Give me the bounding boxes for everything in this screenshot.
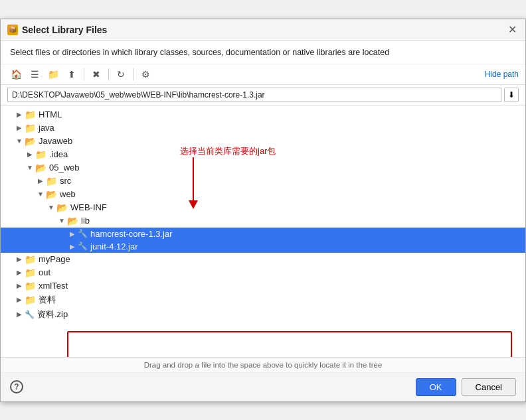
toggle-icon: ▼ xyxy=(14,137,25,145)
item-label: src xyxy=(60,176,71,186)
dialog-icon: 📦 xyxy=(7,25,18,35)
footer-buttons: OK Cancel xyxy=(416,378,516,396)
toggle-icon: ▼ xyxy=(56,217,67,224)
list-item[interactable]: ▼ 📂 WEB-INF xyxy=(1,201,525,214)
list-item[interactable]: ▼ 📂 web xyxy=(1,188,525,201)
folder-icon: 📁 xyxy=(35,149,46,160)
item-label: .idea xyxy=(49,149,68,159)
list-item[interactable]: ▶ 🔧 hamcrest-core-1.3.jar xyxy=(1,228,525,240)
help-button[interactable]: ? xyxy=(10,380,23,393)
selection-highlight-box xyxy=(67,331,512,358)
item-label: Javaweb xyxy=(39,136,72,146)
item-label: 资料 xyxy=(39,294,56,306)
list-item[interactable]: ▶ 📁 .idea xyxy=(1,148,525,161)
list-item[interactable]: ▶ 📁 资料 xyxy=(1,293,525,307)
select-library-dialog: 📦 Select Library Files ✕ Select files or… xyxy=(0,19,526,402)
close-button[interactable]: ✕ xyxy=(505,23,519,36)
folder-icon: 📂 xyxy=(35,163,46,173)
list-item[interactable]: ▶ 📁 HTML xyxy=(1,108,525,121)
new-folder-button[interactable]: 📁 xyxy=(44,67,62,82)
home-button[interactable]: 🏠 xyxy=(7,67,25,82)
list-item[interactable]: ▶ 🔧 资料.zip xyxy=(1,307,525,322)
toggle-icon: ▶ xyxy=(67,243,78,250)
list-item[interactable]: ▶ 📁 src xyxy=(1,175,525,188)
folder-icon: 📂 xyxy=(25,136,36,147)
toggle-icon: ▶ xyxy=(14,269,25,276)
list-item[interactable]: ▼ 📂 lib xyxy=(1,214,525,228)
toggle-icon: ▶ xyxy=(35,177,46,184)
toggle-icon: ▶ xyxy=(14,124,25,131)
item-label: java xyxy=(39,123,54,133)
settings-button[interactable]: ⚙ xyxy=(137,67,154,82)
list-item[interactable]: ▼ 📂 Javaweb xyxy=(1,135,525,148)
toggle-icon: ▼ xyxy=(25,164,35,171)
toolbar-separator xyxy=(84,68,84,80)
path-input[interactable] xyxy=(7,88,501,102)
up-button[interactable]: ⬆ xyxy=(63,67,80,82)
toggle-icon: ▶ xyxy=(14,311,25,318)
item-label: WEB-INF xyxy=(70,202,107,212)
ok-button[interactable]: OK xyxy=(416,378,456,396)
toggle-icon: ▶ xyxy=(25,151,35,158)
folder-icon: 📁 xyxy=(25,109,36,120)
file-tree: ▶ 📁 HTML ▶ 📁 java ▼ 📂 Javaweb ▶ 📁 .idea xyxy=(1,105,525,324)
folder-icon: 📁 xyxy=(46,176,57,186)
item-label: junit-4.12.jar xyxy=(90,242,138,251)
jar-icon: 🔧 xyxy=(78,229,88,238)
list-button[interactable]: ☰ xyxy=(26,67,43,82)
item-label: lib xyxy=(81,216,90,226)
folder-icon: 📁 xyxy=(25,267,36,278)
list-item[interactable]: ▶ 📁 myPage xyxy=(1,253,525,266)
toggle-icon: ▶ xyxy=(67,230,78,238)
drag-hint: Drag and drop a file into the space abov… xyxy=(1,358,525,373)
jar-icon: 🔧 xyxy=(78,242,88,251)
title-bar: 📦 Select Library Files ✕ xyxy=(1,19,525,41)
toolbar-left: 🏠 ☰ 📁 ⬆ ✖ ↻ ⚙ xyxy=(7,67,154,82)
toolbar-separator-3 xyxy=(133,68,133,80)
list-item[interactable]: ▶ 📁 out xyxy=(1,266,525,279)
item-label: myPage xyxy=(39,254,70,264)
refresh-button[interactable]: ↻ xyxy=(112,67,130,82)
footer: ? OK Cancel xyxy=(1,373,525,401)
folder-icon: 📂 xyxy=(46,189,57,200)
toolbar-separator-2 xyxy=(108,68,109,80)
toolbar: 🏠 ☰ 📁 ⬆ ✖ ↻ ⚙ Hide path xyxy=(1,64,525,85)
hide-path-link[interactable]: Hide path xyxy=(485,70,519,79)
file-tree-container[interactable]: ▶ 📁 HTML ▶ 📁 java ▼ 📂 Javaweb ▶ 📁 .idea xyxy=(1,105,525,358)
zip-icon: 🔧 xyxy=(25,310,35,319)
item-label: hamcrest-core-1.3.jar xyxy=(90,229,173,239)
cancel-button[interactable]: Cancel xyxy=(462,378,516,396)
path-bar: ⬇ xyxy=(1,85,525,105)
item-label: out xyxy=(39,267,50,277)
path-browse-button[interactable]: ⬇ xyxy=(504,88,519,102)
item-label: web xyxy=(60,189,76,199)
item-label: 资料.zip xyxy=(37,309,68,320)
list-item[interactable]: ▶ 📁 xmlTest xyxy=(1,279,525,293)
title-bar-left: 📦 Select Library Files xyxy=(7,25,107,35)
folder-icon: 📂 xyxy=(67,216,78,226)
folder-icon: 📁 xyxy=(25,123,36,133)
list-item[interactable]: ▶ 🔧 junit-4.12.jar xyxy=(1,240,525,253)
delete-button[interactable]: ✖ xyxy=(88,67,105,82)
item-label: 05_web xyxy=(49,163,80,173)
dialog-description: Select files or directories in which lib… xyxy=(1,41,525,64)
toggle-icon: ▶ xyxy=(14,255,25,263)
toggle-icon: ▶ xyxy=(14,296,25,303)
folder-icon: 📂 xyxy=(56,202,68,213)
toggle-icon: ▶ xyxy=(14,282,25,289)
dialog-title: Select Library Files xyxy=(22,25,107,35)
item-label: xmlTest xyxy=(39,281,68,291)
toggle-icon: ▶ xyxy=(14,111,25,118)
folder-icon: 📁 xyxy=(25,281,36,291)
folder-icon: 📁 xyxy=(25,254,36,265)
list-item[interactable]: ▼ 📂 05_web xyxy=(1,161,525,175)
list-item[interactable]: ▶ 📁 java xyxy=(1,121,525,135)
folder-icon: 📁 xyxy=(25,295,36,305)
toggle-icon: ▼ xyxy=(35,190,46,198)
item-label: HTML xyxy=(39,109,62,119)
toggle-icon: ▼ xyxy=(46,204,56,211)
